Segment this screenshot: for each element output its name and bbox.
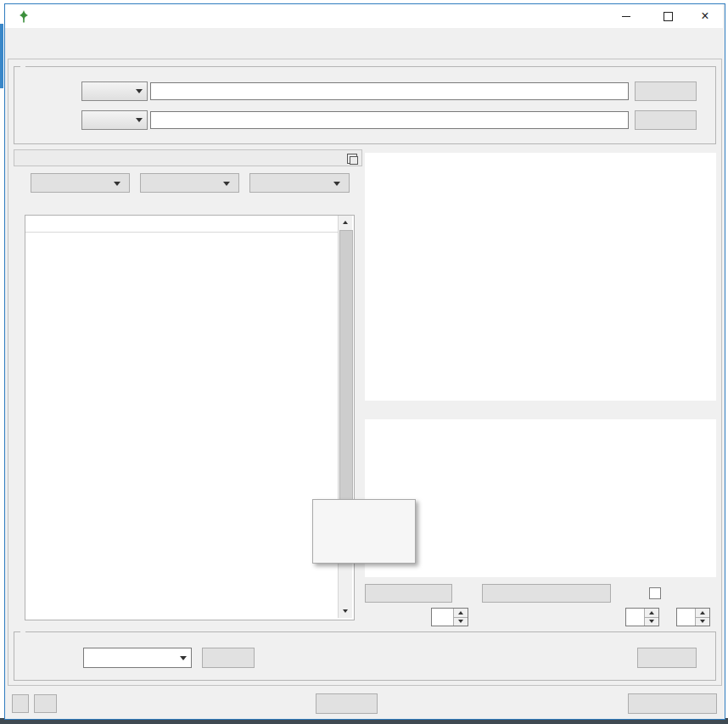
spectra-range-to-spinner[interactable] — [676, 608, 710, 626]
plot-button[interactable] — [202, 648, 255, 668]
close-button[interactable]: × — [687, 4, 723, 28]
title-bar: × — [5, 4, 723, 28]
spectra-range-from-spinner[interactable] — [625, 608, 659, 626]
combo-arrow-icon — [176, 648, 191, 667]
manage-directories-button[interactable] — [628, 693, 717, 714]
dropdown-arrow-icon — [114, 182, 120, 186]
plot-output-combo[interactable] — [83, 648, 192, 668]
spin-down-button[interactable] — [454, 617, 468, 626]
close-icon: × — [701, 9, 708, 23]
combo-arrow-icon — [132, 111, 147, 129]
fit-function-property-table — [25, 215, 355, 620]
help-button[interactable] — [12, 694, 29, 713]
scrollbar-thumb[interactable] — [339, 230, 353, 544]
python-export-button[interactable] — [34, 694, 57, 713]
resolution-browse-button[interactable] — [635, 110, 697, 130]
sample-file-input[interactable] — [150, 82, 629, 100]
spin-down-button[interactable] — [645, 617, 658, 626]
display-menu-button[interactable] — [140, 173, 239, 193]
output-group — [14, 631, 716, 681]
dropdown-arrow-icon — [223, 182, 230, 186]
difference-plot[interactable] — [365, 419, 716, 577]
background-window-edge — [0, 24, 3, 88]
input-group — [14, 66, 716, 144]
mantid-app-icon — [17, 9, 31, 23]
save-button[interactable] — [637, 648, 697, 668]
setup-menu-button[interactable] — [249, 173, 350, 193]
plot-current-preview-button[interactable] — [482, 584, 611, 603]
fit-menu-button[interactable] — [31, 173, 130, 193]
fit-function-dock-titlebar[interactable] — [14, 149, 362, 166]
maximize-icon — [664, 12, 673, 21]
sample-source-combo[interactable] — [81, 81, 148, 101]
plot-guess-checkbox[interactable] — [649, 587, 661, 599]
fit-single-spectrum-button[interactable] — [365, 584, 452, 603]
minimize-button[interactable] — [607, 4, 645, 28]
resolution-file-input[interactable] — [150, 111, 629, 129]
spin-down-button[interactable] — [696, 617, 709, 626]
float-dock-icon[interactable] — [347, 154, 357, 164]
table-header — [25, 216, 338, 233]
sample-fit-plot[interactable] — [365, 153, 716, 401]
combo-arrow-icon — [132, 82, 147, 100]
minimize-icon — [622, 16, 630, 17]
scroll-up-button[interactable] — [339, 216, 352, 229]
plot-spectrum-value — [432, 609, 453, 626]
spin-up-button[interactable] — [645, 609, 658, 617]
dropdown-arrow-icon — [333, 182, 340, 186]
sample-browse-button[interactable] — [635, 81, 697, 101]
scroll-down-button[interactable] — [339, 604, 352, 618]
plot-spectrum-spinner[interactable] — [431, 608, 468, 626]
spectra-to-value — [677, 609, 695, 626]
spin-up-button[interactable] — [696, 609, 709, 617]
run-button[interactable] — [316, 693, 378, 714]
maximize-button[interactable] — [649, 4, 687, 28]
spin-up-button[interactable] — [454, 609, 468, 617]
resolution-source-combo[interactable] — [81, 110, 148, 130]
parameter-context-menu — [312, 499, 416, 564]
spectra-from-value — [626, 609, 644, 626]
